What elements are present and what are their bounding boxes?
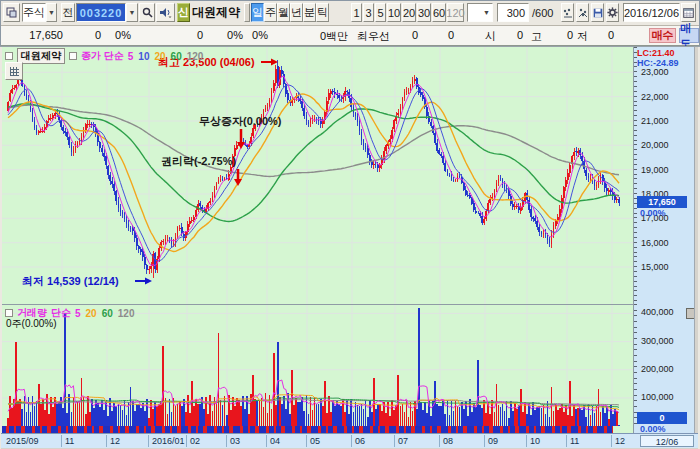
date-axis-label: 03 xyxy=(226,435,240,447)
stock-search-button[interactable] xyxy=(139,3,155,22)
best-ask: 0 xyxy=(431,29,454,41)
legend-handle-icon[interactable] xyxy=(5,309,13,317)
date-axis[interactable]: 2015/0911122016/010203040506070809101112… xyxy=(1,433,698,448)
legend-ma-period: 20 xyxy=(154,51,165,62)
calendar-icon xyxy=(683,7,694,18)
status-badge-new: 신 xyxy=(177,3,190,22)
date-axis-label: 12 xyxy=(106,435,120,447)
legend-ma-period: 60 xyxy=(102,308,113,319)
price-axis-label: 21,000 xyxy=(641,116,669,126)
volume-chart-canvas[interactable] xyxy=(2,305,633,426)
svg-text:권리락(-2.75%): 권리락(-2.75%) xyxy=(161,155,237,167)
interval-combo[interactable]: ▼ xyxy=(467,3,493,22)
low-label: 저 xyxy=(577,29,588,44)
volume-chart-pane[interactable]: 거래량 단순 52060120 0주(0.00%) xyxy=(2,305,633,426)
lc-indicator: LC:21.40 xyxy=(637,48,675,58)
stock-code-value: 003220 xyxy=(80,7,123,19)
market-type-select[interactable]: 주식 xyxy=(22,3,46,22)
date-axis-label: 2015/09 xyxy=(3,435,39,447)
low-value: 0 xyxy=(597,29,614,41)
date-axis-label: 04 xyxy=(266,435,280,447)
tab-label: 틱 xyxy=(317,5,328,20)
prev-stock-button[interactable]: 전 xyxy=(61,3,75,22)
stock-code-input[interactable]: 003220 xyxy=(76,3,126,22)
legend-handle-icon[interactable] xyxy=(69,52,77,60)
high-value: 0 xyxy=(556,29,573,41)
tab-label: 주 xyxy=(265,5,276,20)
buy-button[interactable]: 매수 xyxy=(649,28,676,43)
candle-minimap-strip[interactable] xyxy=(2,426,613,433)
bar-total-label: /600 xyxy=(532,3,553,22)
date-axis-end-label: 12/06 xyxy=(640,435,694,447)
tab-daily[interactable]: 일 xyxy=(251,3,264,22)
tab-label: 월 xyxy=(278,5,289,20)
legend-ma-type: 종가 단순 xyxy=(81,49,124,63)
best-bid: 0 xyxy=(396,29,418,41)
interval-1-button[interactable]: 1 xyxy=(351,3,362,22)
tab-monthly[interactable]: 월 xyxy=(277,3,290,22)
sell-button[interactable]: 매도 xyxy=(679,28,699,43)
settings-button[interactable] xyxy=(606,3,619,22)
rate-a: 0% xyxy=(213,29,243,41)
legend-ma-periods: 52060120 xyxy=(75,308,140,319)
candles xyxy=(7,60,620,278)
bar-count-input[interactable]: 300 xyxy=(497,3,529,22)
price-axis-label: 22,000 xyxy=(641,92,669,102)
rate-b: 0% xyxy=(241,29,268,41)
market-type-dropdown-button[interactable]: ▼ xyxy=(46,3,57,22)
scroll-chart-left-button[interactable] xyxy=(561,3,574,22)
chart-tool-button[interactable] xyxy=(5,62,23,80)
tab-yearly[interactable]: 년 xyxy=(290,3,303,22)
speaker-icon xyxy=(159,7,172,18)
trade-amount: 0백만 xyxy=(291,29,348,44)
window-switch-button[interactable] xyxy=(3,3,20,22)
price-change-pct: 0% xyxy=(103,29,131,41)
volume-axis-label: 300,000 xyxy=(641,336,674,346)
volume-current-badge: 0 xyxy=(637,412,687,424)
price-legend: 대원제약 종가 단순 5102060120 xyxy=(5,48,208,64)
price-chart-canvas[interactable]: 최고 23,500 (04/06)무상증자(0.00%)권리락(-2.75%)최… xyxy=(2,47,633,304)
interval-60-button[interactable]: 60 xyxy=(432,3,446,22)
open-label: 시 xyxy=(485,29,496,44)
tab-minute[interactable]: 분 xyxy=(303,3,316,22)
svg-text:무상증자(0.00%): 무상증자(0.00%) xyxy=(199,115,282,127)
chevron-down-icon: ▼ xyxy=(48,9,55,16)
tab-weekly[interactable]: 주 xyxy=(264,3,277,22)
chevron-down-icon: ▼ xyxy=(483,9,490,16)
volume-value: 0 xyxy=(156,29,203,41)
save-icon xyxy=(593,8,603,18)
price-grid xyxy=(2,47,633,304)
price-axis-column: LC:21.40 HC:-24.89 23,00022,00021,00020,… xyxy=(633,47,694,433)
interval-3-button[interactable]: 3 xyxy=(363,3,374,22)
stock-code-dropdown-button[interactable]: ▼ xyxy=(126,3,138,22)
price-axis-label: 19,000 xyxy=(641,165,669,175)
price-axis-ticks xyxy=(634,47,637,304)
tab-label: 일 xyxy=(252,5,263,20)
date-axis-label: 10 xyxy=(526,435,540,447)
price-chart-pane[interactable]: 최고 23,500 (04/06)무상증자(0.00%)권리락(-2.75%)최… xyxy=(2,47,633,305)
chevron-down-icon: ▼ xyxy=(129,9,136,16)
interval-5-button[interactable]: 5 xyxy=(375,3,386,22)
tab-tick[interactable]: 틱 xyxy=(316,3,329,22)
volume-axis-label: 100,000 xyxy=(641,392,674,402)
resize-handle-icon[interactable] xyxy=(244,3,250,22)
interval-120-button[interactable]: 120 xyxy=(447,3,464,22)
dots-left-icon xyxy=(563,8,573,18)
best-quote-label: 최우선 xyxy=(357,29,390,44)
date-input[interactable]: 2016/12/06 xyxy=(623,3,680,22)
toolbar: 주식 ▼ 전 003220 ▼ 신 대원제약 일 주 월 년 분 틱 1 3 5… xyxy=(1,1,699,26)
date-axis-label: 07 xyxy=(394,435,408,447)
scroll-chart-right-button[interactable] xyxy=(576,3,589,22)
bar-count-value: 300 xyxy=(507,7,525,19)
calendar-button[interactable] xyxy=(681,3,696,22)
legend-handle-icon[interactable] xyxy=(5,52,13,60)
interval-10-button[interactable]: 10 xyxy=(387,3,401,22)
save-button[interactable] xyxy=(591,3,604,22)
minimap-empty xyxy=(613,426,633,433)
vertical-scrollbar[interactable] xyxy=(694,47,698,433)
interval-30-button[interactable]: 30 xyxy=(417,3,431,22)
chart-region: 최고 23,500 (04/06)무상증자(0.00%)권리락(-2.75%)최… xyxy=(0,46,700,449)
date-axis-label: 09 xyxy=(484,435,498,447)
interval-20-button[interactable]: 20 xyxy=(402,3,416,22)
sound-button[interactable] xyxy=(156,3,175,22)
